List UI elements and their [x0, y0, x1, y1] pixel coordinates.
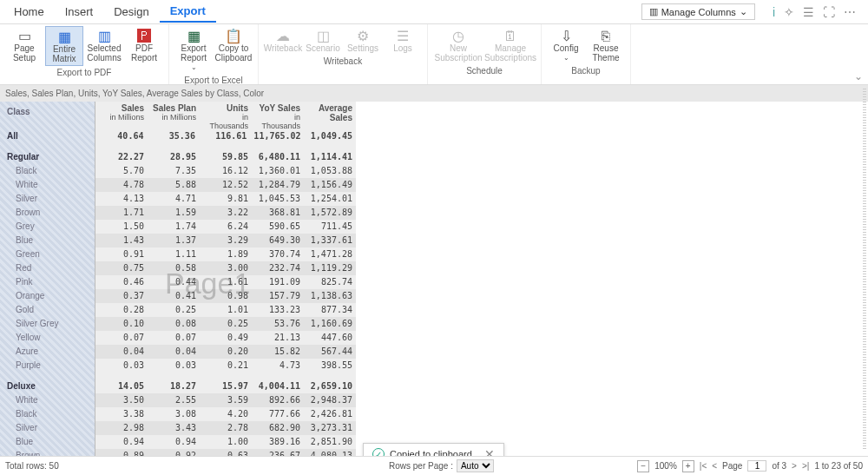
cell: 1,471.28	[304, 247, 356, 261]
filter-icon[interactable]: ☰	[803, 5, 814, 19]
row-label[interactable]: Orange	[0, 289, 95, 303]
table-row: 1.501.746.24590.65711.45	[95, 220, 356, 234]
cell: 892.66	[252, 393, 304, 407]
page-icon: ▭	[18, 28, 31, 43]
cell: 0.75	[95, 261, 148, 275]
row-label[interactable]: White	[0, 393, 95, 407]
more-icon[interactable]: ⋯	[844, 5, 856, 19]
cell: 2,659.10	[304, 379, 356, 393]
zoom-in-button[interactable]: +	[682, 460, 694, 472]
cell: 15.97	[200, 379, 252, 393]
selected-columns-button[interactable]: ▥Selected Columns	[85, 26, 123, 66]
row-label[interactable]: Azure	[0, 345, 95, 359]
cell: 0.10	[95, 317, 148, 331]
info-icon[interactable]: i	[773, 5, 775, 19]
cell: 5.88	[148, 178, 200, 192]
first-page-button[interactable]: |<	[700, 461, 707, 471]
tab-export[interactable]: Export	[160, 1, 216, 23]
zoom-out-button[interactable]: −	[637, 460, 649, 472]
entire-matrix-button[interactable]: ▦Entire Matrix	[45, 26, 83, 66]
cell: 1,360.01	[252, 164, 304, 178]
column-header[interactable]: Sales Planin Millions	[148, 102, 200, 129]
row-range-label: 1 to 23 of 50	[814, 461, 863, 471]
row-label[interactable]: Silver Grey	[0, 317, 95, 331]
row-label[interactable]: Blue	[0, 435, 95, 449]
row-label[interactable]: Black	[0, 164, 95, 178]
row-label[interactable]: Silver	[0, 421, 95, 435]
cell: 0.07	[95, 331, 148, 345]
next-page-button[interactable]: >	[792, 461, 797, 471]
columns-icon: ▥	[98, 28, 111, 43]
scenario-button[interactable]: ◫Scenario	[304, 26, 342, 55]
table-row: 0.750.583.00232.741,119.29	[95, 261, 356, 275]
new-subscription-button[interactable]: ◷New Subscription	[433, 26, 483, 64]
focus-icon[interactable]: ⛶	[823, 5, 835, 19]
table-row: 0.460.441.61191.09825.74	[95, 275, 356, 289]
rows-per-page-select[interactable]: Auto	[457, 459, 494, 472]
reuse-theme-button[interactable]: ⎘Reuse Theme	[587, 26, 625, 64]
cell: 3,273.31	[304, 421, 356, 435]
cell: 1.74	[148, 220, 200, 234]
row-label[interactable]: Red	[0, 261, 95, 275]
column-header[interactable]: Salesin Millions	[95, 102, 148, 129]
page-label: Page	[722, 461, 742, 471]
chevron-down-icon: ⌄	[740, 6, 747, 17]
row-label[interactable]: Deluxe	[0, 379, 95, 393]
last-page-button[interactable]: >|	[802, 461, 809, 471]
table-row: 40.6435.36116.6111,765.021,049.45	[95, 129, 356, 143]
pdf-report-button[interactable]: 🅿PDF Report	[125, 26, 163, 66]
logs-icon: ☰	[397, 28, 409, 43]
scenario-icon: ◫	[317, 28, 330, 43]
logs-button[interactable]: ☰Logs	[384, 26, 422, 55]
row-label[interactable]: Purple	[0, 359, 95, 373]
cell: 1.01	[200, 303, 252, 317]
clock-icon: ◷	[452, 28, 464, 43]
cell: 1,053.88	[304, 164, 356, 178]
column-header[interactable]: YoY Salesin Thousands	[252, 102, 304, 129]
cell: 1,049.45	[305, 129, 356, 143]
cell: 0.58	[148, 261, 200, 275]
export-report-button[interactable]: ▦Export Report⌄	[174, 26, 213, 74]
row-label[interactable]: Yellow	[0, 331, 95, 345]
page-setup-button[interactable]: ▭Page Setup	[5, 26, 43, 66]
column-header[interactable]: Unitsin Thousands	[200, 102, 252, 129]
pdf-icon: 🅿	[137, 28, 151, 43]
collapse-ribbon-icon[interactable]: ⌄	[854, 70, 863, 82]
row-label[interactable]: Pink	[0, 275, 95, 289]
row-label[interactable]: Blue	[0, 234, 95, 247]
cell: 21.13	[252, 331, 304, 345]
cell: 0.21	[200, 359, 252, 373]
cell: 682.90	[252, 421, 304, 435]
row-label[interactable]: Silver	[0, 192, 95, 206]
tab-insert[interactable]: Insert	[55, 2, 104, 22]
manage-columns-dropdown[interactable]: ▥ Manage Columns ⌄	[641, 3, 755, 20]
cell: 0.37	[95, 289, 148, 303]
config-button[interactable]: ⇩Config⌄	[547, 26, 585, 64]
settings-button[interactable]: ⚙Settings	[344, 26, 382, 55]
row-label[interactable]: Brown	[0, 206, 95, 220]
row-label[interactable]: Regular	[0, 150, 95, 164]
cell: 1,572.89	[304, 206, 356, 220]
cell: 3.59	[200, 393, 252, 407]
page-input[interactable]	[747, 460, 766, 472]
cell: 777.66	[252, 407, 304, 421]
row-label[interactable]: Green	[0, 247, 95, 261]
cell: 649.30	[252, 234, 304, 247]
row-label[interactable]: Gold	[0, 303, 95, 317]
copy-clipboard-button[interactable]: 📋Copy to Clipboard	[214, 26, 253, 74]
writeback-button[interactable]: ☁Writeback	[264, 26, 302, 55]
row-label[interactable]: Grey	[0, 220, 95, 234]
pin-icon[interactable]: ✧	[784, 5, 794, 19]
cell: 590.65	[252, 220, 304, 234]
column-header[interactable]: Average Sales	[304, 102, 356, 129]
chevron-down-icon: ⌄	[191, 63, 197, 72]
prev-page-button[interactable]: <	[712, 461, 717, 471]
row-label[interactable]: All	[0, 129, 95, 143]
cell: 825.74	[304, 275, 356, 289]
tab-design[interactable]: Design	[103, 2, 159, 22]
tab-home[interactable]: Home	[3, 2, 55, 22]
row-label[interactable]: White	[0, 178, 95, 192]
row-label[interactable]: Black	[0, 407, 95, 421]
manage-subscriptions-button[interactable]: 🗓Manage Subscriptions	[485, 26, 536, 64]
cell: 1,284.79	[252, 178, 304, 192]
